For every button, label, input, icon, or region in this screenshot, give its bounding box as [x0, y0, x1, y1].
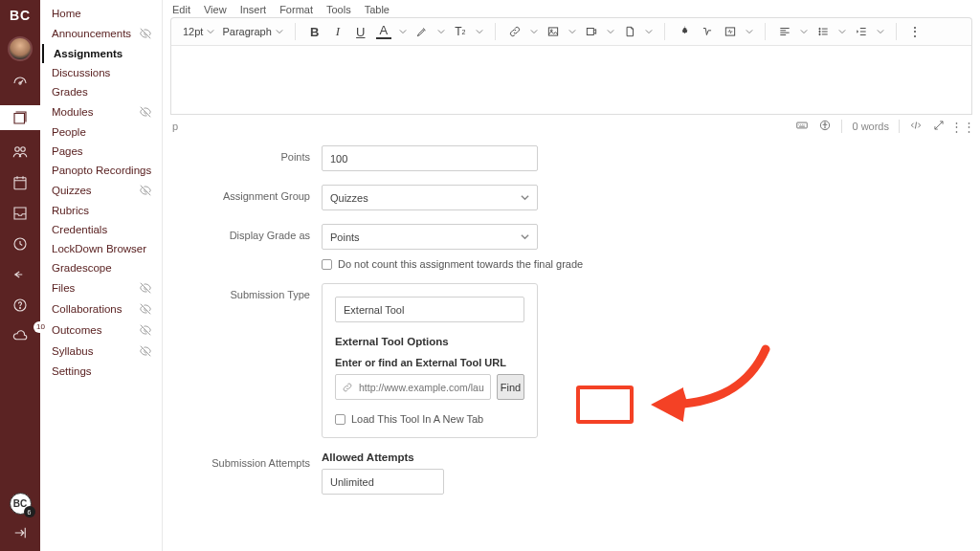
groups-icon[interactable]: [0, 143, 40, 161]
omit-final-checkbox[interactable]: [322, 259, 332, 270]
equation-icon[interactable]: [700, 24, 715, 39]
course-nav-item[interactable]: Collaborations: [42, 298, 160, 320]
bold-button[interactable]: B: [307, 24, 323, 39]
more-toolbar-icon[interactable]: ⋮: [908, 24, 924, 39]
indent-button[interactable]: [854, 24, 869, 39]
course-nav-item[interactable]: Grades: [42, 82, 160, 101]
html-view-icon[interactable]: [909, 119, 923, 134]
course-nav-item[interactable]: LockDown Browser: [42, 239, 160, 258]
account-mini[interactable]: BC 6: [10, 493, 32, 515]
link-button[interactable]: [507, 24, 523, 39]
course-nav-item[interactable]: Outcomes: [42, 320, 160, 341]
allowed-attempts-select[interactable]: Unlimited: [322, 469, 444, 495]
align-button[interactable]: [777, 24, 792, 39]
history-icon[interactable]: [0, 235, 40, 253]
rce-editor-body[interactable]: [170, 46, 972, 115]
brand-logo[interactable]: BC: [10, 8, 31, 23]
fullscreen-icon[interactable]: [932, 119, 946, 134]
text-color-button[interactable]: A: [376, 24, 391, 39]
rce-menu-item[interactable]: Table: [365, 4, 390, 15]
app-plugin-icon[interactable]: [677, 24, 692, 39]
block-format-select[interactable]: Paragraph: [222, 26, 282, 37]
course-nav-item[interactable]: Modules: [42, 101, 160, 122]
course-nav-item[interactable]: Pages: [42, 142, 160, 161]
commons-icon[interactable]: [0, 266, 40, 283]
chevron-down-icon[interactable]: [399, 26, 407, 37]
rce-menu-item[interactable]: Format: [279, 4, 313, 15]
inbox-icon[interactable]: [0, 205, 40, 222]
font-size-select[interactable]: 12pt: [183, 26, 214, 37]
chevron-down-icon[interactable]: [568, 26, 576, 37]
italic-button[interactable]: I: [330, 24, 345, 39]
course-nav-item[interactable]: Discussions: [42, 63, 160, 82]
chevron-down-icon[interactable]: [607, 26, 614, 37]
svg-rect-7: [548, 28, 557, 35]
chevron-down-icon[interactable]: [437, 26, 445, 37]
course-nav-item[interactable]: Files: [42, 277, 160, 298]
course-nav-item[interactable]: Syllabus: [42, 341, 160, 362]
chevron-down-icon[interactable]: [800, 26, 808, 37]
display-grade-as-select[interactable]: Points: [322, 224, 538, 250]
course-nav-label: Credentials: [52, 224, 107, 235]
dashboard-icon[interactable]: [0, 75, 40, 92]
chevron-down-icon[interactable]: [877, 26, 884, 37]
external-tool-url-input[interactable]: [335, 374, 491, 400]
course-nav-item[interactable]: Quizzes: [42, 180, 160, 201]
course-nav-item[interactable]: Home: [42, 4, 160, 23]
new-tab-checkbox[interactable]: [335, 414, 345, 425]
find-button[interactable]: Find: [497, 374, 524, 400]
keyboard-shortcuts-icon[interactable]: [795, 119, 809, 134]
submission-type-select[interactable]: External Tool: [335, 297, 524, 322]
course-nav-item[interactable]: Panopto Recordings: [42, 161, 160, 180]
rce-menu-item[interactable]: Edit: [172, 4, 190, 15]
svg-point-13: [819, 33, 820, 34]
chevron-down-icon[interactable]: [645, 26, 653, 37]
chevron-down-icon[interactable]: [530, 26, 538, 37]
chevron-down-icon: [521, 231, 529, 243]
rce-menu-item[interactable]: Tools: [326, 4, 351, 15]
submission-type-box: External Tool External Tool Options Ente…: [322, 283, 538, 438]
resize-grip-icon[interactable]: ⋮⋮: [955, 119, 970, 134]
media-button[interactable]: [584, 24, 599, 39]
svg-point-1: [15, 147, 20, 152]
underline-button[interactable]: U: [353, 24, 368, 39]
course-nav-item[interactable]: Rubrics: [42, 201, 160, 220]
word-count[interactable]: 0 words: [852, 121, 889, 132]
chevron-down-icon[interactable]: [838, 26, 846, 37]
chevron-down-icon[interactable]: [746, 26, 753, 37]
points-input[interactable]: 100: [322, 145, 538, 171]
svg-point-11: [819, 28, 820, 29]
bullet-list-button[interactable]: [815, 24, 831, 39]
avatar[interactable]: [8, 36, 33, 61]
course-nav-item[interactable]: Announcements: [42, 23, 160, 44]
course-nav-item[interactable]: Settings: [42, 362, 160, 381]
course-nav-item[interactable]: Gradescope: [42, 258, 160, 277]
accessibility-icon[interactable]: [818, 119, 832, 134]
chevron-down-icon: [276, 26, 283, 37]
courses-icon[interactable]: [0, 105, 40, 130]
course-nav-item[interactable]: Credentials: [42, 220, 160, 239]
course-nav-label: Assignments: [54, 48, 122, 59]
external-tool-url-field[interactable]: [359, 382, 484, 393]
chevron-down-icon: [207, 26, 214, 37]
course-nav-item[interactable]: Assignments: [42, 44, 160, 63]
cloud-icon[interactable]: 10: [0, 327, 40, 344]
document-button[interactable]: [622, 24, 637, 39]
rce-menu-item[interactable]: View: [204, 4, 227, 15]
assignment-group-select[interactable]: Quizzes: [322, 185, 538, 210]
embed-icon[interactable]: [723, 24, 738, 39]
chevron-down-icon[interactable]: [476, 26, 483, 37]
highlight-button[interactable]: [414, 24, 430, 39]
rce-menu-item[interactable]: Insert: [240, 4, 267, 15]
expand-nav-icon[interactable]: [0, 524, 40, 541]
course-nav-item[interactable]: People: [42, 122, 160, 142]
image-button[interactable]: [546, 24, 561, 39]
superscript-button[interactable]: T2: [453, 24, 468, 39]
calendar-icon[interactable]: [0, 174, 40, 191]
hidden-eye-icon: [139, 105, 152, 119]
help-icon[interactable]: [0, 297, 40, 314]
hidden-eye-icon: [139, 281, 152, 295]
element-path[interactable]: p: [172, 121, 178, 132]
course-nav-label: Panopto Recordings: [52, 165, 151, 176]
hidden-eye-icon: [139, 184, 152, 197]
